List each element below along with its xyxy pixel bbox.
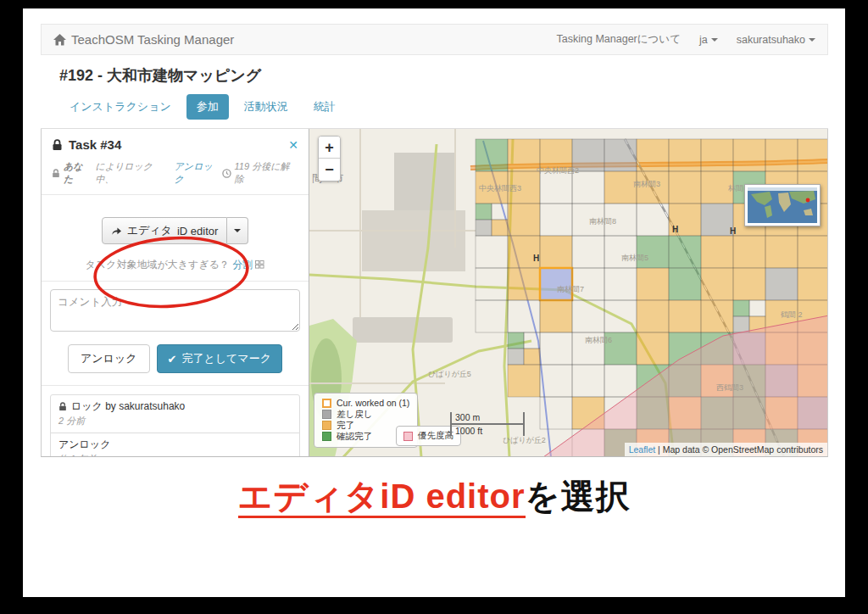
map-place-label: 南林間8 (589, 217, 616, 226)
close-icon[interactable]: ✕ (288, 139, 298, 151)
overview-minimap[interactable] (744, 184, 821, 226)
history-time: 2 分前 (58, 415, 292, 427)
task-cell[interactable] (604, 171, 637, 204)
map-place-label: ひばりが丘2 (503, 436, 546, 444)
task-cell[interactable] (733, 316, 749, 332)
task-cell[interactable] (492, 220, 508, 236)
map-place-label: 中央林間西3 (479, 184, 521, 193)
task-cell[interactable] (637, 332, 669, 365)
tab-stats[interactable]: 統計 (303, 94, 346, 120)
locked-by-user: あなた (64, 160, 92, 186)
chevron-down-icon (234, 229, 241, 232)
tab-contribute[interactable]: 参加 (186, 94, 229, 120)
task-panel: Task #34 ✕ あなた によりロック中、 アンロック 119 分後に解除 (42, 129, 309, 456)
lock-icon (52, 139, 63, 151)
zoom-in-button[interactable]: + (319, 137, 340, 159)
clock-icon (222, 169, 231, 178)
locked-text: によりロック中、 (96, 160, 171, 186)
hospital-marker: H (672, 225, 678, 234)
task-cell[interactable] (508, 268, 540, 300)
task-cell[interactable] (637, 268, 669, 300)
editor-button-group: エディタ iD editor (102, 217, 249, 244)
task-cell[interactable] (637, 236, 669, 268)
attribution-text: | Map data © OpenStreetMap contributors (655, 444, 823, 455)
language-dropdown[interactable]: ja (699, 34, 718, 46)
task-cell[interactable] (508, 204, 540, 236)
lock-expiry: 119 分後に解除 (235, 160, 298, 186)
priority-swatch (403, 432, 413, 441)
task-cell[interactable] (524, 349, 540, 365)
split-grid-icon (255, 260, 264, 269)
user-dropdown[interactable]: sakuratsuhako (737, 34, 815, 46)
task-cell[interactable] (669, 139, 701, 171)
scale-metric: 300 m (452, 412, 523, 425)
task-cell[interactable] (637, 139, 669, 171)
task-cell[interactable] (733, 300, 749, 316)
split-row: タスク対象地域が大きすぎる？ 分割 (42, 249, 309, 282)
editor-zone: エディタ iD editor (42, 195, 309, 249)
task-cell[interactable] (733, 236, 765, 268)
task-cell[interactable] (733, 268, 765, 300)
task-cell[interactable] (701, 300, 733, 332)
task-cell[interactable] (701, 268, 733, 300)
map-building (353, 317, 453, 343)
tab-instructions[interactable]: インストラクション (59, 94, 181, 120)
task-cell[interactable] (733, 139, 765, 171)
about-link[interactable]: Tasking Managerについて (557, 32, 681, 47)
unlock-link[interactable]: アンロック (175, 160, 222, 186)
map-place-label: 南林間7 (557, 285, 584, 293)
task-cell[interactable] (476, 204, 492, 220)
task-cell[interactable] (508, 365, 540, 397)
task-cell[interactable] (765, 236, 798, 268)
unlock-button[interactable]: アンロック (68, 344, 150, 373)
task-cell[interactable] (476, 139, 508, 171)
task-cell[interactable] (701, 204, 733, 236)
split-link[interactable]: 分割 (232, 259, 253, 271)
tab-activity[interactable]: 活動状況 (234, 94, 298, 120)
editor-dropdown-button[interactable] (227, 217, 248, 244)
task-cell[interactable] (476, 220, 492, 236)
action-row: アンロック ✔ 完了としてマーク (42, 338, 309, 386)
task-cell[interactable] (540, 300, 572, 332)
task-cell[interactable] (508, 349, 524, 365)
home-icon (53, 34, 66, 46)
task-cell[interactable] (540, 236, 572, 268)
task-cell[interactable] (637, 300, 669, 332)
task-cell[interactable] (798, 236, 828, 268)
hospital-marker: H (533, 254, 539, 263)
task-cell[interactable] (765, 268, 798, 300)
leaflet-link[interactable]: Leaflet (629, 444, 656, 455)
task-cell[interactable] (669, 236, 701, 268)
task-cell[interactable] (508, 236, 540, 268)
legend-swatch-done (322, 421, 331, 430)
project-title: #192 - 大和市建物マッピング (59, 65, 810, 86)
task-cell[interactable] (765, 139, 798, 171)
task-cell[interactable] (798, 268, 828, 300)
check-icon: ✔ (168, 353, 177, 366)
brand-label: TeachOSM Tasking Manager (71, 32, 234, 47)
brand[interactable]: TeachOSM Tasking Manager (53, 32, 234, 47)
open-editor-button[interactable]: エディタ iD editor (102, 217, 228, 244)
hospital-marker: H (730, 226, 736, 236)
task-cell[interactable] (701, 139, 733, 171)
priority-label: 優先度高 (418, 430, 453, 442)
zoom-control: + − (318, 136, 341, 181)
chevron-down-icon (809, 38, 815, 42)
task-cell[interactable] (508, 139, 540, 171)
zoom-out-button[interactable]: − (319, 159, 340, 181)
lock-status-row: あなた によりロック中、 アンロック 119 分後に解除 (42, 159, 309, 195)
task-cell[interactable] (669, 171, 701, 204)
navbar-links: Tasking Managerについて ja sakuratsuhako (557, 32, 815, 47)
task-cell[interactable] (669, 268, 701, 300)
history-item: アンロック 約 1 年前 (51, 433, 299, 457)
legend-label: 差し戻し (337, 409, 373, 420)
task-cell[interactable] (798, 139, 828, 171)
task-cell[interactable] (669, 300, 701, 332)
comment-input[interactable] (50, 289, 300, 332)
current-task-cell[interactable] (540, 268, 572, 300)
mark-done-button[interactable]: ✔ 完了としてマーク (157, 344, 282, 373)
task-cell[interactable] (508, 332, 524, 349)
task-cell[interactable] (604, 139, 637, 171)
slide-background: TeachOSM Tasking Manager Tasking Manager… (23, 8, 845, 597)
task-cell[interactable] (701, 236, 733, 268)
